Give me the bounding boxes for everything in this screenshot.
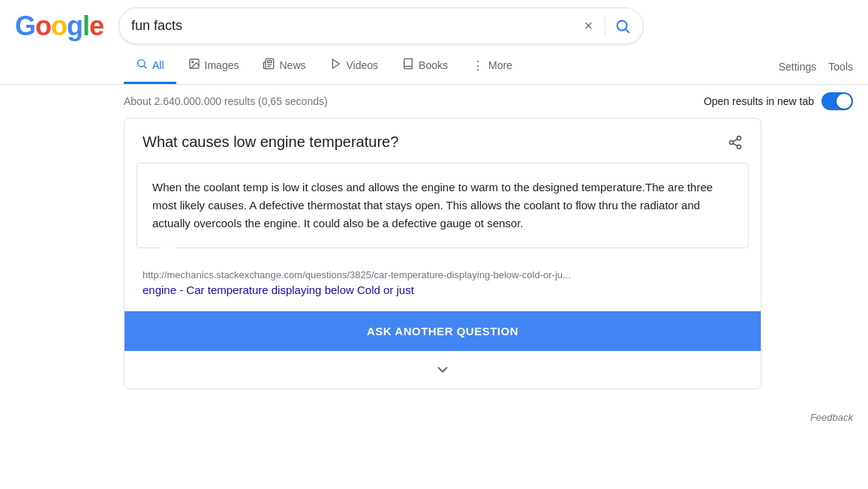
books-icon bbox=[402, 58, 414, 73]
card-source-link[interactable]: engine - Car temperature displaying belo… bbox=[143, 284, 414, 296]
tab-videos-label: Videos bbox=[347, 59, 379, 71]
feedback-area: Feedback bbox=[0, 404, 868, 430]
tab-all[interactable]: All bbox=[124, 49, 176, 84]
nav-settings: Settings Tools bbox=[779, 52, 853, 82]
card-answer-text: When the coolant temp is low it closes a… bbox=[152, 178, 733, 232]
tools-link[interactable]: Tools bbox=[828, 61, 853, 73]
new-tab-switch[interactable] bbox=[821, 92, 853, 110]
logo-letter-o2: o bbox=[51, 10, 67, 42]
main-content: What causes low engine temperature? When… bbox=[0, 118, 868, 389]
tab-more[interactable]: ⋮ More bbox=[460, 50, 524, 84]
card-source: http://mechanics.stackexchange.com/quest… bbox=[125, 248, 761, 302]
card-answer-box: When the coolant temp is low it closes a… bbox=[137, 163, 749, 248]
tab-all-label: All bbox=[152, 59, 164, 71]
tab-more-label: More bbox=[488, 59, 512, 71]
tab-videos[interactable]: Videos bbox=[318, 49, 391, 84]
search-bar: × bbox=[119, 8, 644, 44]
logo-letter-e: e bbox=[89, 10, 104, 42]
logo-letter-g2: g bbox=[67, 10, 83, 42]
tab-news[interactable]: News bbox=[251, 49, 317, 84]
new-tab-label: Open results in new tab bbox=[704, 95, 814, 107]
search-icon bbox=[614, 18, 631, 34]
card-question: What causes low engine temperature? bbox=[143, 134, 398, 151]
chevron-down-icon bbox=[434, 362, 451, 378]
svg-line-11 bbox=[733, 139, 737, 141]
search-input[interactable] bbox=[131, 18, 581, 34]
google-logo[interactable]: Google bbox=[15, 10, 104, 42]
tab-books[interactable]: Books bbox=[390, 49, 460, 84]
results-count: About 2.640.000.000 results (0,65 second… bbox=[124, 95, 328, 107]
tab-news-label: News bbox=[279, 59, 305, 71]
svg-line-1 bbox=[626, 29, 629, 32]
search-clear-button[interactable]: × bbox=[581, 14, 596, 38]
clear-icon: × bbox=[584, 17, 593, 34]
card-chevron[interactable] bbox=[125, 351, 761, 388]
all-icon bbox=[136, 58, 148, 73]
new-tab-toggle: Open results in new tab bbox=[704, 92, 853, 110]
tab-images[interactable]: Images bbox=[176, 49, 251, 84]
logo-letter-g: G bbox=[15, 10, 35, 42]
svg-point-2 bbox=[138, 60, 145, 67]
header: Google × bbox=[0, 0, 868, 44]
search-bar-wrapper: × bbox=[119, 8, 644, 44]
svg-line-10 bbox=[733, 143, 737, 146]
nav-tabs: All Images News Videos Books bbox=[0, 49, 868, 85]
feedback-link[interactable]: Feedback bbox=[810, 412, 853, 423]
logo-letter-o1: o bbox=[35, 10, 51, 42]
logo-letter-l: l bbox=[83, 10, 89, 42]
tab-images-label: Images bbox=[205, 59, 239, 71]
news-icon bbox=[263, 58, 275, 73]
svg-marker-6 bbox=[332, 59, 339, 68]
card-source-url: http://mechanics.stackexchange.com/quest… bbox=[143, 269, 743, 280]
more-icon: ⋮ bbox=[472, 58, 484, 73]
share-icon bbox=[728, 135, 743, 150]
svg-line-3 bbox=[144, 66, 146, 68]
knowledge-card: What causes low engine temperature? When… bbox=[124, 118, 761, 389]
card-header: What causes low engine temperature? bbox=[125, 118, 761, 163]
settings-link[interactable]: Settings bbox=[779, 61, 817, 73]
images-icon bbox=[188, 58, 200, 73]
ask-another-question-button[interactable]: ASK ANOTHER QUESTION bbox=[125, 311, 761, 351]
svg-point-5 bbox=[191, 62, 193, 63]
videos-icon bbox=[330, 58, 342, 73]
search-submit-button[interactable] bbox=[614, 18, 631, 34]
share-button[interactable] bbox=[728, 135, 743, 150]
tab-books-label: Books bbox=[419, 59, 448, 71]
results-bar: About 2.640.000.000 results (0,65 second… bbox=[0, 85, 868, 118]
search-divider bbox=[605, 17, 605, 35]
